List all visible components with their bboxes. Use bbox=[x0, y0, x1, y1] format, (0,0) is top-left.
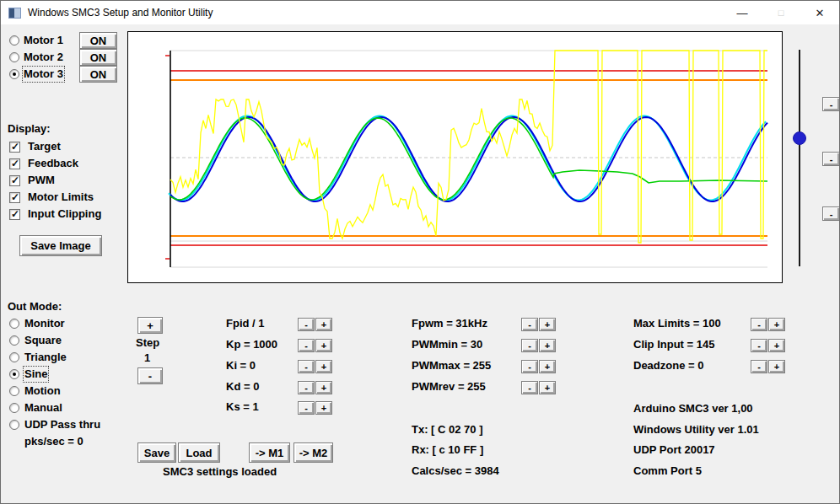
step-value: 1 bbox=[144, 351, 150, 365]
deadzone-plus-button[interactable]: + bbox=[768, 360, 785, 373]
motor-3-label[interactable]: Motor 3 bbox=[24, 67, 63, 81]
ki-plus-button[interactable]: + bbox=[315, 360, 332, 373]
out-mode-motion-label[interactable]: Motion bbox=[24, 384, 61, 398]
close-button[interactable]: ✕ bbox=[801, 1, 838, 24]
motor-1-on-button[interactable]: ON bbox=[79, 32, 117, 49]
out-mode-triangle-radio[interactable] bbox=[9, 352, 19, 362]
max-limits-minus-button[interactable]: - bbox=[751, 318, 767, 331]
out-mode-udp-radio[interactable] bbox=[9, 420, 19, 430]
ks-label: Ks = 1 bbox=[226, 400, 259, 414]
clip-input-minus-button[interactable]: - bbox=[751, 339, 767, 352]
slider-dec-button-2[interactable]: - bbox=[822, 152, 840, 166]
app-icon bbox=[8, 8, 21, 19]
pwmmax-label: PWMmax = 255 bbox=[412, 359, 491, 373]
maximize-button[interactable]: □ bbox=[762, 1, 800, 24]
pwmrev-plus-button[interactable]: + bbox=[539, 381, 556, 394]
tx-value: Tx: [ C 02 70 ] bbox=[412, 423, 483, 437]
send-m1-button[interactable]: -> M1 bbox=[249, 442, 290, 463]
ki-minus-button[interactable]: - bbox=[298, 360, 315, 373]
pwmmin-label: PWMmin = 30 bbox=[412, 338, 482, 351]
app-window: Windows SMC3 Setup and Monitor Utility —… bbox=[0, 0, 840, 504]
clip-input-plus-button[interactable]: + bbox=[768, 339, 785, 352]
kp-label: Kp = 1000 bbox=[226, 338, 277, 351]
out-mode-square-radio[interactable] bbox=[9, 335, 19, 346]
ki-label: Ki = 0 bbox=[226, 359, 256, 373]
feedback-label[interactable]: Feedback bbox=[28, 157, 78, 170]
max-limits-label: Max Limits = 100 bbox=[633, 317, 721, 330]
pwmmax-plus-button[interactable]: + bbox=[539, 360, 556, 373]
step-minus-button[interactable]: - bbox=[137, 367, 163, 384]
udp-port: UDP Port 20017 bbox=[633, 443, 715, 457]
save-image-button[interactable]: Save Image bbox=[19, 235, 102, 256]
out-mode-sine-label[interactable]: Sine bbox=[24, 367, 47, 381]
target-label[interactable]: Target bbox=[28, 140, 61, 153]
motor-3-radio[interactable] bbox=[9, 69, 19, 79]
kd-plus-button[interactable]: + bbox=[315, 381, 332, 394]
minimize-button[interactable]: — bbox=[724, 1, 761, 24]
deadzone-minus-button[interactable]: - bbox=[751, 360, 767, 373]
scope-chart bbox=[127, 31, 783, 283]
settings-status: SMC3 settings loaded bbox=[163, 465, 277, 479]
pwmrev-minus-button[interactable]: - bbox=[521, 381, 538, 394]
calcs-per-sec: Calcs/sec = 3984 bbox=[412, 464, 499, 478]
load-button[interactable]: Load bbox=[178, 442, 220, 463]
clip-input-label: Clip Input = 145 bbox=[633, 338, 714, 351]
motor-1-label[interactable]: Motor 1 bbox=[24, 34, 63, 47]
send-m2-button[interactable]: -> M2 bbox=[293, 442, 333, 463]
fpwm-plus-button[interactable]: + bbox=[539, 318, 556, 331]
save-button[interactable]: Save bbox=[137, 442, 176, 463]
display-heading: Display: bbox=[8, 122, 51, 136]
arduino-version: Arduino SMC3 ver 1,00 bbox=[633, 402, 753, 416]
scale-slider-thumb[interactable] bbox=[793, 131, 806, 145]
out-mode-square-label[interactable]: Square bbox=[24, 334, 62, 347]
motor-1-radio[interactable] bbox=[9, 35, 19, 46]
ks-plus-button[interactable]: + bbox=[315, 401, 332, 415]
pwmmin-minus-button[interactable]: - bbox=[521, 339, 538, 352]
input-clipping-label[interactable]: Input Clipping bbox=[28, 207, 101, 221]
step-plus-button[interactable]: + bbox=[137, 317, 163, 334]
window-title: Windows SMC3 Setup and Monitor Utility bbox=[28, 7, 213, 19]
out-mode-manual-radio[interactable] bbox=[9, 403, 19, 413]
fpid-label: Fpid / 1 bbox=[226, 317, 265, 330]
out-mode-triangle-label[interactable]: Triangle bbox=[24, 351, 67, 364]
motor-2-on-button[interactable]: ON bbox=[79, 49, 117, 66]
motor-2-label[interactable]: Motor 2 bbox=[24, 51, 63, 64]
kd-label: Kd = 0 bbox=[226, 380, 259, 394]
fpwm-label: Fpwm = 31kHz bbox=[412, 317, 487, 330]
scale-slider-track[interactable] bbox=[799, 50, 800, 266]
out-mode-motion-radio[interactable] bbox=[9, 386, 19, 396]
feedback-checkbox[interactable] bbox=[9, 158, 20, 169]
kp-minus-button[interactable]: - bbox=[298, 339, 315, 352]
out-mode-sine-radio[interactable] bbox=[9, 369, 19, 379]
kd-minus-button[interactable]: - bbox=[298, 381, 315, 394]
input-clipping-checkbox[interactable] bbox=[9, 209, 20, 220]
out-mode-heading: Out Mode: bbox=[8, 300, 62, 314]
pwmmax-minus-button[interactable]: - bbox=[521, 360, 538, 373]
title-bar: Windows SMC3 Setup and Monitor Utility —… bbox=[1, 1, 839, 24]
out-mode-manual-label[interactable]: Manual bbox=[24, 401, 62, 415]
out-mode-monitor-radio[interactable] bbox=[9, 319, 19, 329]
out-mode-monitor-label[interactable]: Monitor bbox=[24, 317, 65, 330]
fpid-minus-button[interactable]: - bbox=[298, 318, 315, 331]
motor-limits-label[interactable]: Motor Limits bbox=[28, 190, 94, 204]
pwmmin-plus-button[interactable]: + bbox=[539, 339, 556, 352]
fpwm-minus-button[interactable]: - bbox=[521, 318, 538, 331]
motor-3-on-button[interactable]: ON bbox=[79, 66, 117, 83]
kp-plus-button[interactable]: + bbox=[315, 339, 332, 352]
motor-limits-checkbox[interactable] bbox=[9, 192, 20, 203]
slider-dec-button-1[interactable]: - bbox=[822, 97, 840, 111]
motor-2-radio[interactable] bbox=[9, 52, 19, 62]
pks-per-sec-label: pks/sec = 0 bbox=[24, 435, 83, 448]
pwmrev-label: PWMrev = 255 bbox=[412, 380, 486, 394]
target-checkbox[interactable] bbox=[9, 142, 20, 153]
max-limits-plus-button[interactable]: + bbox=[768, 318, 785, 331]
pwm-label[interactable]: PWM bbox=[28, 174, 55, 187]
step-label: Step bbox=[136, 336, 159, 350]
ks-minus-button[interactable]: - bbox=[298, 401, 315, 415]
pwm-checkbox[interactable] bbox=[9, 175, 20, 186]
out-mode-udp-label[interactable]: UDP Pass thru bbox=[24, 418, 100, 432]
fpid-plus-button[interactable]: + bbox=[315, 318, 332, 331]
comm-port: Comm Port 5 bbox=[633, 464, 702, 478]
rx-value: Rx: [ c 10 FF ] bbox=[412, 443, 483, 457]
slider-dec-button-3[interactable]: - bbox=[822, 206, 840, 221]
